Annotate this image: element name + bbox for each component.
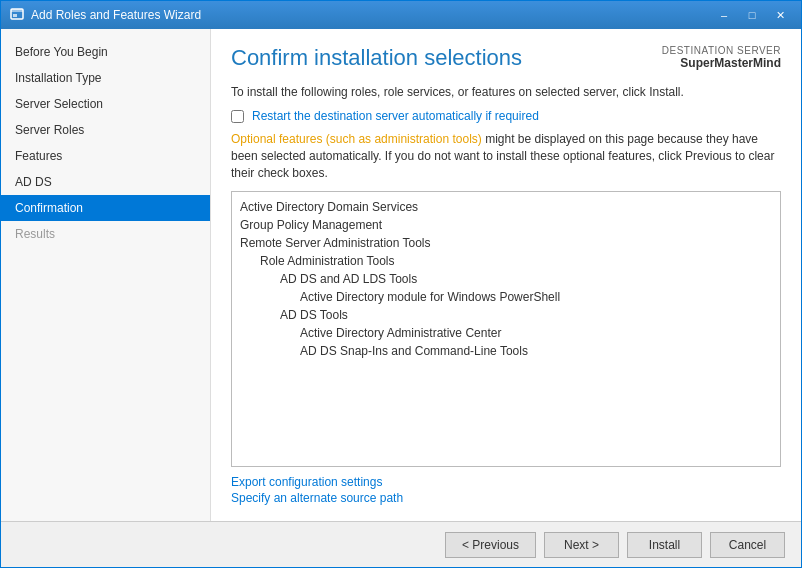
sidebar: Before You Begin Installation Type Serve…: [1, 29, 211, 521]
instruction-text: To install the following roles, role ser…: [231, 85, 781, 99]
feature-item: Active Directory Domain Services: [240, 198, 772, 216]
sidebar-item-server-roles[interactable]: Server Roles: [1, 117, 210, 143]
features-box: Active Directory Domain Services Group P…: [231, 191, 781, 467]
restart-checkbox-row: Restart the destination server automatic…: [231, 109, 781, 123]
sidebar-item-before-you-begin[interactable]: Before You Begin: [1, 39, 210, 65]
feature-item: AD DS Snap-Ins and Command-Line Tools: [240, 342, 772, 360]
restart-checkbox[interactable]: [231, 110, 244, 123]
optional-text-highlight: Optional features (such as administratio…: [231, 132, 482, 146]
sidebar-item-ad-ds[interactable]: AD DS: [1, 169, 210, 195]
footer: < Previous Next > Install Cancel: [1, 521, 801, 567]
minimize-button[interactable]: –: [711, 5, 737, 25]
feature-item: Group Policy Management: [240, 216, 772, 234]
destination-server: DESTINATION SERVER SuperMasterMind: [662, 45, 781, 70]
title-bar-controls: – □ ✕: [711, 5, 793, 25]
cancel-button[interactable]: Cancel: [710, 532, 785, 558]
links-section: Export configuration settings Specify an…: [231, 475, 781, 505]
previous-button[interactable]: < Previous: [445, 532, 536, 558]
restart-checkbox-label[interactable]: Restart the destination server automatic…: [252, 109, 539, 123]
right-panel: Confirm installation selections DESTINAT…: [211, 29, 801, 521]
next-button[interactable]: Next >: [544, 532, 619, 558]
title-bar: Add Roles and Features Wizard – □ ✕: [1, 1, 801, 29]
alternate-source-link[interactable]: Specify an alternate source path: [231, 491, 781, 505]
main-content: Before You Begin Installation Type Serve…: [1, 29, 801, 521]
feature-item: Active Directory module for Windows Powe…: [240, 288, 772, 306]
page-title: Confirm installation selections: [231, 45, 522, 71]
feature-item: Role Administration Tools: [240, 252, 772, 270]
export-config-link[interactable]: Export configuration settings: [231, 475, 781, 489]
server-name: SuperMasterMind: [662, 56, 781, 70]
window-icon: [9, 7, 25, 23]
sidebar-item-installation-type[interactable]: Installation Type: [1, 65, 210, 91]
close-button[interactable]: ✕: [767, 5, 793, 25]
feature-item: AD DS and AD LDS Tools: [240, 270, 772, 288]
sidebar-item-server-selection[interactable]: Server Selection: [1, 91, 210, 117]
svg-rect-1: [11, 9, 23, 12]
window-title: Add Roles and Features Wizard: [31, 8, 201, 22]
optional-text: Optional features (such as administratio…: [231, 131, 781, 181]
title-bar-left: Add Roles and Features Wizard: [9, 7, 201, 23]
sidebar-item-confirmation[interactable]: Confirmation: [1, 195, 210, 221]
sidebar-item-features[interactable]: Features: [1, 143, 210, 169]
feature-item: AD DS Tools: [240, 306, 772, 324]
page-header: Confirm installation selections DESTINAT…: [231, 45, 781, 71]
destination-server-label: DESTINATION SERVER: [662, 45, 781, 56]
maximize-button[interactable]: □: [739, 5, 765, 25]
wizard-window: Add Roles and Features Wizard – □ ✕ Befo…: [0, 0, 802, 568]
svg-rect-2: [13, 14, 17, 17]
install-button[interactable]: Install: [627, 532, 702, 558]
sidebar-item-results: Results: [1, 221, 210, 247]
feature-item: Remote Server Administration Tools: [240, 234, 772, 252]
feature-item: Active Directory Administrative Center: [240, 324, 772, 342]
